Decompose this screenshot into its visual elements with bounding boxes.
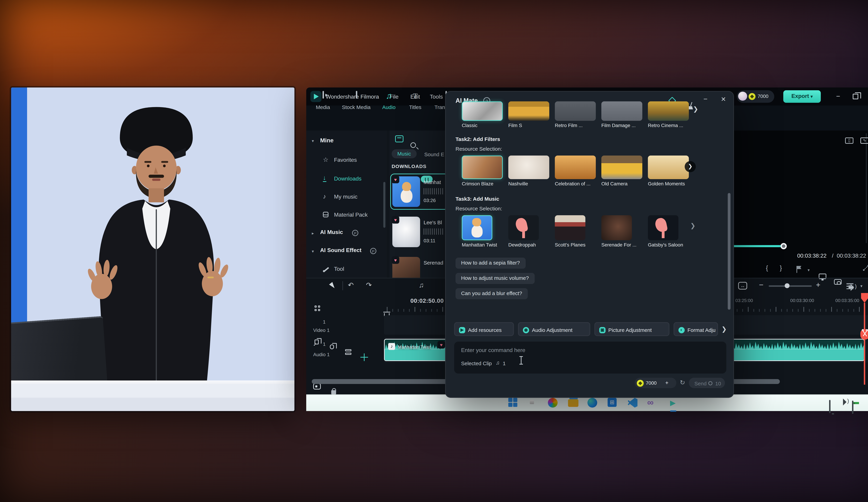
filter-thumbnail-classic[interactable] [462, 101, 503, 121]
send-button[interactable]: Send 10 [689, 378, 725, 388]
network-icon[interactable] [829, 401, 830, 413]
dialog-coin-pill[interactable]: 7000 + [635, 378, 676, 388]
filter-thumbnail-golden-moments[interactable] [648, 156, 689, 179]
add-resources-button[interactable]: ▶ Add resources [454, 322, 514, 336]
auto-ripple-icon[interactable] [360, 353, 368, 361]
sidebar-item-tool[interactable]: Tool [334, 266, 344, 272]
layout-icon[interactable] [345, 349, 351, 355]
playhead-scissors-badge[interactable] [860, 329, 868, 339]
filter-thumbnail-nashville[interactable] [508, 156, 549, 179]
suggestion-chip[interactable]: How to add a sepia filter? [455, 258, 526, 269]
account-pill[interactable]: 7000 [737, 90, 774, 103]
zoom-out-icon[interactable]: − [759, 281, 764, 289]
preview-current-time: 00:03:38:22 [797, 253, 827, 259]
music-thumbnail-scotts-planes[interactable] [555, 215, 585, 240]
tab-audio[interactable]: ♫ Audio [377, 87, 401, 113]
media-item[interactable]: ♥ Manhat 03:26 [391, 175, 445, 208]
fullscreen-icon[interactable]: ↗↙ [863, 265, 868, 272]
media-tab-music[interactable]: Music [392, 149, 417, 158]
format-adjustment-button[interactable]: ◐ Format Adju [674, 322, 718, 336]
tab-stock-media[interactable]: Stock Media [338, 87, 374, 113]
sidebar-item-my-music[interactable]: My music [334, 194, 358, 200]
sidebar-scrollbar[interactable] [383, 182, 385, 228]
picture-adjustment-button[interactable]: ▣ Picture Adjustment [595, 322, 669, 336]
refresh-icon[interactable]: ↻ [680, 379, 685, 386]
filter-thumbnail-crimson-blaze[interactable] [462, 156, 503, 179]
track-options-icon[interactable] [847, 283, 854, 290]
redo-icon[interactable]: ↷ [366, 281, 372, 289]
visual-studio-icon[interactable]: ∞ [647, 398, 658, 409]
favorite-heart-icon[interactable]: ♥ [392, 256, 399, 264]
battery-icon[interactable] [852, 401, 854, 414]
filmora-taskbar-icon[interactable] [667, 398, 679, 409]
restore-button[interactable] [851, 91, 862, 102]
media-item[interactable]: ♥ Serenad [391, 255, 445, 278]
filter-thumbnail-celebration[interactable] [555, 156, 596, 179]
sidebar-item-ai-music[interactable]: AI Music [320, 229, 343, 236]
filter-thumbnail-film-s[interactable] [508, 101, 549, 121]
chevron-down-icon[interactable]: ▾ [860, 283, 862, 288]
music-thumbnail-serenade[interactable] [601, 215, 632, 240]
add-coins-icon[interactable]: + [665, 380, 669, 386]
sidebar-item-mine[interactable]: Mine [320, 137, 334, 144]
row-scroll-right-icon[interactable]: ❯ [693, 106, 698, 113]
fit-timeline-icon[interactable]: ↔ [738, 282, 747, 290]
tab-media[interactable]: Media [310, 87, 335, 113]
filter-thumbnail-retro-film[interactable] [555, 101, 596, 121]
favorite-heart-icon[interactable]: ♥ [392, 216, 399, 223]
minimize-button[interactable]: − [833, 91, 844, 102]
mark-out-icon[interactable]: } [780, 264, 782, 271]
vscode-icon[interactable] [628, 398, 639, 409]
media-panel: Music Sound E DOWNLOADS ♥ Manhat 03:26 ♥… [390, 130, 445, 278]
dialog-scrollbar[interactable] [728, 193, 730, 310]
copilot-icon[interactable] [548, 398, 559, 409]
undo-icon[interactable]: ↶ [348, 281, 354, 289]
audio-adjustment-button[interactable]: ◉ Audio Adjustment [518, 322, 590, 336]
music-thumbnail-manhattan-twist[interactable] [462, 215, 492, 240]
zoom-in-icon[interactable]: + [816, 281, 820, 289]
media-browser-icon[interactable] [314, 305, 321, 312]
search-icon[interactable] [528, 398, 539, 409]
row-scroll-right-button[interactable]: ❯ [685, 161, 696, 172]
stock-panel-icon[interactable] [395, 135, 403, 142]
playhead-flag[interactable] [861, 293, 868, 303]
suggestion-chip[interactable]: Can you add a blur effect? [455, 288, 528, 299]
filter-thumbnail-film-damage[interactable] [601, 101, 642, 121]
file-explorer-icon[interactable] [568, 399, 579, 410]
audio-tools-icon[interactable]: ♫ [419, 281, 424, 289]
media-tab-sound-effect[interactable]: Sound E [424, 151, 444, 158]
sidebar-item-ai-sound-effect[interactable]: AI Sound Effect [320, 247, 361, 253]
lock-icon[interactable] [331, 390, 336, 394]
dialog-close-button[interactable]: ✕ [721, 96, 726, 103]
dialog-minimize-button[interactable]: − [703, 95, 707, 103]
mark-in-icon[interactable]: { [766, 264, 768, 271]
command-input[interactable]: Enter your command here Selected Clip ♫ … [454, 342, 726, 374]
filter-thumbnail-old-camera[interactable] [601, 156, 642, 179]
zoom-slider-knob[interactable] [785, 283, 789, 288]
suggestion-chip[interactable]: How to adjust music volume? [455, 273, 534, 284]
audio-icon: ♫ [384, 92, 393, 101]
sidebar-item-favorites[interactable]: Favorites [334, 157, 357, 163]
sidebar-item-material-pack[interactable]: Material Pack [334, 212, 368, 218]
media-item[interactable]: ♥ Lee's Bl 03:11 [391, 215, 445, 249]
row-scroll-right-icon[interactable]: ❯ [690, 222, 695, 229]
search-icon[interactable] [410, 142, 416, 148]
waveform-scope-icon[interactable]: ∿ [860, 137, 868, 144]
music-thumbnail-dewdroppah[interactable] [508, 215, 539, 240]
playback-knob[interactable] [781, 243, 787, 249]
music-thumbnail-gatsbys-saloon[interactable] [648, 215, 679, 240]
marker-flag-icon[interactable] [796, 266, 797, 273]
microsoft-store-icon[interactable]: ⊞ [608, 398, 619, 409]
playhead-line[interactable] [864, 303, 865, 385]
filter-thumbnail-retro-cinema[interactable] [648, 101, 689, 121]
export-button[interactable]: Export ▾ [783, 90, 821, 103]
paste-icon[interactable] [330, 344, 334, 349]
zoom-slider[interactable] [769, 285, 812, 287]
chevron-down-icon[interactable]: ▾ [808, 267, 810, 272]
favorite-heart-icon[interactable]: ♥ [392, 176, 399, 183]
actions-scroll-right-icon[interactable]: ❯ [722, 326, 727, 333]
tab-titles[interactable]: T Titles [403, 87, 427, 113]
start-button[interactable] [508, 398, 519, 409]
edge-icon[interactable] [588, 398, 599, 409]
sidebar-item-downloads[interactable]: Downloads [334, 176, 361, 182]
